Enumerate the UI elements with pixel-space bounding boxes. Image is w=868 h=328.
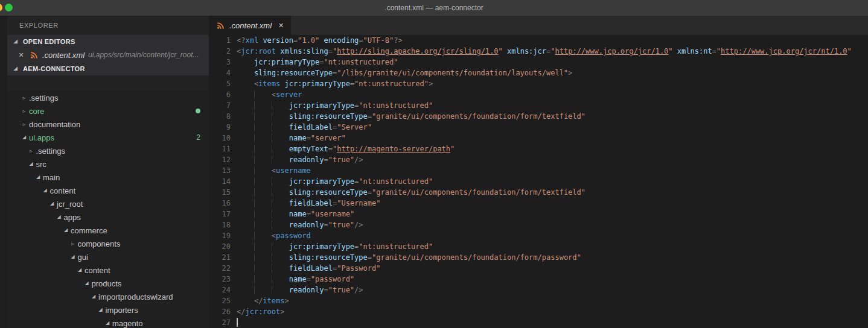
code-text[interactable]: name="username" [231,209,868,219]
code-text[interactable]: jcr:primaryType="nt:unstructured" [231,100,868,111]
code-text[interactable]: <items jcr:primaryType="nt:unstructured"… [231,78,868,89]
code-text[interactable]: <jcr:root xmlns:sling="http://sling.apac… [231,46,868,57]
chevron-expanded-icon[interactable]: ◢ [21,135,28,140]
chevron-expanded-icon[interactable]: ◢ [104,321,111,326]
chevron-expanded-icon[interactable]: ◢ [48,201,56,206]
window-titlebar: .content.xml — aem-connector [0,0,868,16]
code-line-2[interactable]: 2<jcr:root xmlns:sling="http://sling.apa… [209,46,868,57]
code-text[interactable]: name="server" [231,133,868,144]
code-text[interactable]: readonly="true"/> [231,219,868,230]
code-line-12[interactable]: 12 readonly="true"/> [209,154,868,165]
code-text[interactable]: sling:resourceType="granite/ui/component… [231,111,868,122]
project-section-header[interactable]: ◢ AEM-CONNECTOR [7,62,209,75]
chevron-collapsed-icon[interactable]: ▹ [21,122,28,127]
code-line-17[interactable]: 17 name="username" [209,209,868,219]
tree-item-src[interactable]: ◢src [7,157,209,171]
code-text[interactable]: fieldLabel="Password" [231,263,868,274]
code-line-14[interactable]: 14 jcr:primaryType="nt:unstructured" [209,176,868,187]
code-text[interactable]: name="password" [231,274,868,285]
tree-item-content[interactable]: ◢content [7,263,209,277]
tree-item-jcr_root[interactable]: ◢jcr_root [7,197,209,210]
tree-item-commerce[interactable]: ◢commerce [7,224,209,237]
code-text[interactable]: <?xml version="1.0" encoding="UTF-8"?> [231,35,868,46]
code-line-16[interactable]: 16 fieldLabel="Username" [209,198,868,209]
chevron-expanded-icon[interactable]: ◢ [28,162,35,166]
code-line-22[interactable]: 22 fieldLabel="Password" [209,263,868,274]
code-line-7[interactable]: 7 jcr:primaryType="nt:unstructured" [209,100,868,111]
tree-item-magento[interactable]: ◢magento [7,317,209,328]
tree-item-components[interactable]: ▹components [7,237,209,250]
tab-content-xml[interactable]: .content.xml ✕ [209,16,291,35]
chevron-expanded-icon[interactable]: ◢ [83,281,91,286]
open-editors-section-header[interactable]: ◢ OPEN EDITORS [7,35,209,48]
chevron-expanded-icon[interactable]: ◢ [76,268,83,273]
code-line-25[interactable]: 25 </items> [209,295,868,306]
minimize-traffic-light-button[interactable] [0,4,2,11]
tree-item-gui[interactable]: ◢gui [7,250,209,263]
code-line-20[interactable]: 20 jcr:primaryType="nt:unstructured" [209,241,868,252]
code-line-3[interactable]: 3 jcr:primaryType="nt:unstructured" [209,57,868,68]
code-line-9[interactable]: 9 fieldLabel="Server" [209,122,868,133]
chevron-collapsed-icon[interactable]: ▹ [21,109,28,114]
code-line-19[interactable]: 19 <password [209,230,868,241]
chevron-expanded-icon[interactable]: ◢ [69,254,77,259]
code-text[interactable]: sling:resourceType="granite/ui/component… [231,252,868,263]
code-text[interactable]: sling:resourceType="granite/ui/component… [231,187,868,198]
code-line-26[interactable]: 26</jcr:root> [209,306,868,317]
code-text[interactable]: jcr:primaryType="nt:unstructured" [231,57,868,68]
code-line-6[interactable]: 6 <server [209,89,868,100]
code-line-21[interactable]: 21 sling:resourceType="granite/ui/compon… [209,252,868,263]
code-line-10[interactable]: 10 name="server" [209,133,868,144]
tree-item-.settings[interactable]: ▹.settings [7,91,209,104]
chevron-collapsed-icon[interactable]: ▹ [21,95,28,101]
tree-item-documentation[interactable]: ▹documentation [7,118,209,131]
tree-item-importproductswizard[interactable]: ◢importproductswizard [7,290,209,303]
code-line-18[interactable]: 18 readonly="true"/> [209,219,868,230]
chevron-expanded-icon[interactable]: ◢ [56,215,63,219]
code-line-13[interactable]: 13 <username [209,165,868,176]
tree-item-apps[interactable]: ◢apps [7,210,209,224]
chevron-expanded-icon[interactable]: ◢ [34,175,42,180]
code-text[interactable]: fieldLabel="Server" [231,122,868,133]
chevron-expanded-icon[interactable]: ◢ [42,188,49,193]
code-text[interactable]: jcr:primaryType="nt:unstructured" [231,241,868,252]
code-line-15[interactable]: 15 sling:resourceType="granite/ui/compon… [209,187,868,198]
chevron-expanded-icon[interactable]: ◢ [90,294,97,299]
tree-item-ui.apps[interactable]: ◢ui.apps2 [7,131,209,144]
tree-item-.settings[interactable]: ▹.settings [7,144,209,157]
code-text[interactable]: <username [231,165,868,176]
code-text[interactable]: readonly="true"/> [231,154,868,165]
code-text[interactable] [231,317,868,328]
tree-item-content[interactable]: ◢content [7,184,209,197]
code-text[interactable]: emptyText="http://magento-server/path" [231,144,868,154]
code-line-8[interactable]: 8 sling:resourceType="granite/ui/compone… [209,111,868,122]
tree-item-importers[interactable]: ◢importers [7,303,209,317]
code-line-4[interactable]: 4 sling:resourceType="/libs/granite/ui/c… [209,68,868,78]
code-line-5[interactable]: 5 <items jcr:primaryType="nt:unstructure… [209,78,868,89]
code-text[interactable]: jcr:primaryType="nt:unstructured" [231,176,868,187]
code-line-24[interactable]: 24 readonly="true"/> [209,285,868,295]
code-line-27[interactable]: 27 [209,317,868,328]
code-text[interactable]: <server [231,89,868,100]
code-text[interactable]: </items> [231,295,868,306]
code-text[interactable]: <password [231,230,868,241]
code-text[interactable]: sling:resourceType="/libs/granite/ui/com… [231,68,868,78]
code-line-11[interactable]: 11 emptyText="http://magento-server/path… [209,144,868,154]
code-line-1[interactable]: 1<?xml version="1.0" encoding="UTF-8"?> [209,35,868,46]
code-text[interactable]: fieldLabel="Username" [231,198,868,209]
close-icon[interactable]: ✕ [17,51,25,59]
chevron-expanded-icon[interactable]: ◢ [62,228,69,233]
code-editor[interactable]: 1<?xml version="1.0" encoding="UTF-8"?>2… [209,35,868,328]
close-icon[interactable]: ✕ [278,22,284,30]
code-text[interactable]: </jcr:root> [231,306,868,317]
tree-item-products[interactable]: ◢products [7,277,209,290]
tree-item-main[interactable]: ◢main [7,171,209,184]
chevron-expanded-icon[interactable]: ◢ [97,308,104,312]
tree-item-core[interactable]: ▹core [7,104,209,118]
fullscreen-traffic-light-button[interactable] [5,4,13,11]
open-editor-item-content-xml[interactable]: ✕ .content.xml ui.apps/src/main/content/… [7,48,209,62]
chevron-collapsed-icon[interactable]: ▹ [69,241,77,247]
chevron-collapsed-icon[interactable]: ▹ [28,148,35,154]
code-text[interactable]: readonly="true"/> [231,285,868,295]
code-line-23[interactable]: 23 name="password" [209,274,868,285]
